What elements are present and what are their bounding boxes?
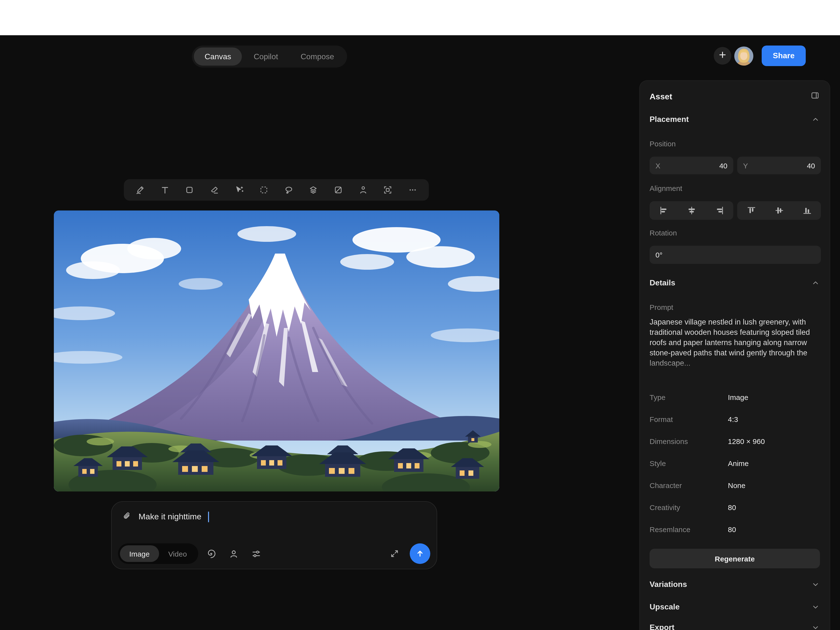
details-section-header[interactable]: Details xyxy=(650,278,820,287)
details-properties: TypeImage Format4:3 Dimensions1280 × 960… xyxy=(650,386,820,540)
paperclip-icon[interactable] xyxy=(122,511,132,523)
prompt-input-value: Make it nighttime xyxy=(139,512,201,522)
text-tool-button[interactable] xyxy=(156,182,173,198)
detail-value: 80 xyxy=(728,503,736,512)
rotation-value: 0° xyxy=(655,251,663,259)
pose-tool-button[interactable] xyxy=(355,182,371,198)
placement-section-header[interactable]: Placement xyxy=(650,115,820,124)
align-middle-vertical-icon xyxy=(774,205,784,215)
app-root: Canvas Copilot Compose Share xyxy=(0,0,840,630)
align-bottom-button[interactable] xyxy=(793,201,821,220)
variations-section-header[interactable]: Variations xyxy=(650,580,820,589)
chevron-down-icon xyxy=(811,580,820,589)
expand-button[interactable] xyxy=(385,544,404,563)
detail-label: Character xyxy=(650,481,728,489)
chevron-down-icon xyxy=(811,623,820,630)
avatar[interactable] xyxy=(734,46,753,66)
model-button[interactable] xyxy=(202,544,221,563)
eraser-tool-button[interactable] xyxy=(206,182,223,198)
export-header-label: Export xyxy=(650,623,674,630)
pose-icon xyxy=(358,185,368,195)
position-x-field[interactable]: X 40 xyxy=(650,156,733,174)
detail-label: Type xyxy=(650,393,728,401)
magic-select-icon xyxy=(234,185,244,195)
align-left-button[interactable] xyxy=(650,201,677,220)
align-right-icon xyxy=(714,205,724,215)
horizontal-alignment-group xyxy=(650,201,733,220)
magic-select-tool-button[interactable] xyxy=(231,182,248,198)
eraser-icon xyxy=(210,185,219,195)
panel-title: Asset xyxy=(650,92,673,101)
detail-row-creativity: Creativity80 xyxy=(650,496,820,518)
frame-tool-button[interactable] xyxy=(380,182,396,198)
text-cursor xyxy=(208,512,209,522)
detail-label: Style xyxy=(650,459,728,467)
mode-video-button[interactable]: Video xyxy=(159,545,196,562)
x-label: X xyxy=(655,161,660,170)
expand-icon xyxy=(390,549,399,559)
upscale-header-label: Upscale xyxy=(650,603,680,611)
detail-value: 80 xyxy=(728,525,736,534)
plus-icon xyxy=(718,50,728,62)
marquee-icon xyxy=(259,185,269,195)
asset-panel: Asset Placement Position X 40 Y 40 Align… xyxy=(639,80,830,630)
detail-value: 1280 × 960 xyxy=(728,437,765,445)
prompt-label: Prompt xyxy=(650,303,820,311)
lasso-tool-button[interactable] xyxy=(281,182,297,198)
more-icon xyxy=(408,185,418,195)
prompt-description: Japanese village nestled in lush greener… xyxy=(650,317,820,379)
draw-tool-button[interactable] xyxy=(132,182,148,198)
export-section-header[interactable]: Export xyxy=(650,623,820,630)
align-top-button[interactable] xyxy=(737,201,765,220)
detail-row-style: StyleAnime xyxy=(650,452,820,474)
mode-image-button[interactable]: Image xyxy=(120,545,159,562)
detail-row-format: Format4:3 xyxy=(650,408,820,430)
marquee-select-tool-button[interactable] xyxy=(256,182,272,198)
settings-sliders-icon xyxy=(251,548,262,559)
prompt-box: Make it nighttime Image Video xyxy=(111,501,437,569)
detail-label: Format xyxy=(650,415,728,423)
detail-label: Dimensions xyxy=(650,437,728,445)
align-middle-vertical-button[interactable] xyxy=(765,201,793,220)
avatar-image xyxy=(734,46,753,66)
mode-toggle: Image Video xyxy=(118,543,198,564)
align-left-icon xyxy=(658,205,668,215)
share-button[interactable]: Share xyxy=(762,46,806,66)
text-icon xyxy=(160,185,170,195)
chevron-up-icon xyxy=(811,278,820,287)
send-button[interactable] xyxy=(410,543,430,564)
more-tools-button[interactable] xyxy=(404,182,421,198)
align-right-button[interactable] xyxy=(706,201,733,220)
regenerate-button[interactable]: Regenerate xyxy=(650,549,820,568)
character-icon xyxy=(229,548,239,559)
position-label: Position xyxy=(650,139,820,148)
remove-background-tool-button[interactable] xyxy=(330,182,347,198)
character-button[interactable] xyxy=(225,544,243,563)
position-y-field[interactable]: Y 40 xyxy=(737,156,821,174)
align-center-horizontal-button[interactable] xyxy=(677,201,706,220)
variations-header-label: Variations xyxy=(650,580,687,589)
rotation-label: Rotation xyxy=(650,229,820,237)
canvas-asset-image[interactable] xyxy=(54,210,499,491)
rotation-field[interactable]: 0° xyxy=(650,246,821,264)
detail-value: Anime xyxy=(728,459,749,467)
draw-icon xyxy=(135,185,145,195)
shape-tool-button[interactable] xyxy=(182,182,198,198)
tab-copilot[interactable]: Copilot xyxy=(243,47,289,66)
lasso-icon xyxy=(284,185,294,195)
panel-toggle-icon[interactable] xyxy=(810,90,820,103)
layers-tool-button[interactable] xyxy=(305,182,322,198)
y-label: Y xyxy=(743,161,748,170)
shape-icon xyxy=(185,185,194,195)
upscale-section-header[interactable]: Upscale xyxy=(650,603,820,611)
align-center-horizontal-icon xyxy=(687,205,696,215)
detail-row-type: TypeImage xyxy=(650,386,820,408)
prompt-input[interactable]: Make it nighttime xyxy=(122,511,209,523)
add-button[interactable] xyxy=(714,47,731,65)
detail-row-character: CharacterNone xyxy=(650,474,820,496)
detail-value: 4:3 xyxy=(728,415,738,423)
tab-compose[interactable]: Compose xyxy=(290,47,345,66)
tab-canvas[interactable]: Canvas xyxy=(194,47,242,66)
alignment-label: Alignment xyxy=(650,184,820,193)
settings-button[interactable] xyxy=(247,544,266,563)
